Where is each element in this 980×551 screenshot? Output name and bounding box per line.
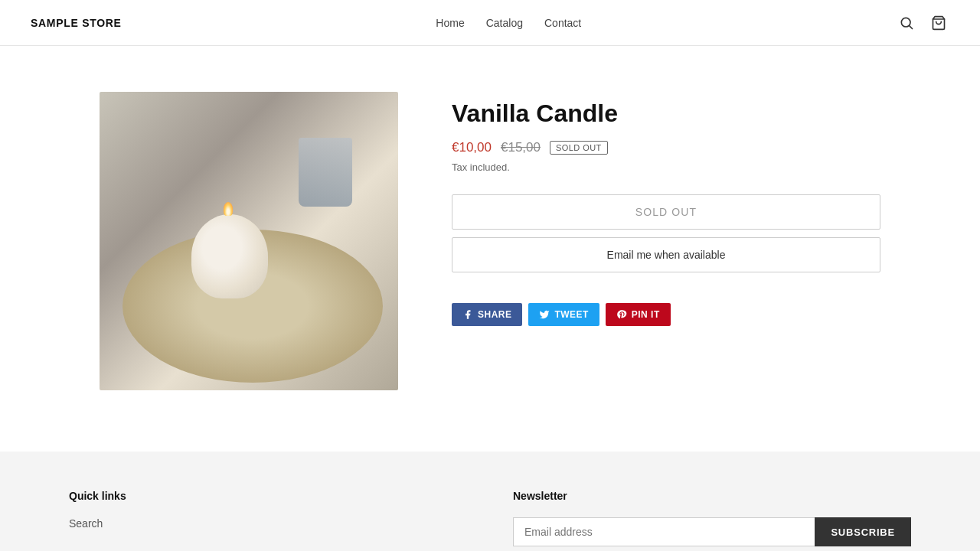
tax-info: Tax included. (452, 161, 880, 173)
product-info: Vanilla Candle €10,00 €15,00 SOLD OUT Ta… (452, 92, 880, 390)
newsletter-heading: Newsletter (513, 490, 911, 502)
footer-newsletter: Newsletter SUBSCRIBE (513, 490, 911, 546)
nav-home[interactable]: Home (436, 17, 464, 29)
cart-icon (931, 15, 946, 31)
search-icon (899, 15, 914, 31)
footer-search-link[interactable]: Search (69, 517, 467, 530)
product-page: Vanilla Candle €10,00 €15,00 SOLD OUT Ta… (0, 92, 980, 390)
price-original: €15,00 (501, 140, 541, 155)
share-label: SHARE (478, 309, 511, 320)
candle-body (191, 214, 268, 298)
sold-out-button: SOLD OUT (452, 194, 880, 230)
search-button[interactable] (896, 12, 917, 34)
svg-point-0 (901, 18, 910, 27)
pin-label: PIN IT (632, 309, 660, 320)
newsletter-subscribe-button[interactable]: SUBSCRIBE (815, 517, 911, 546)
email-when-available-button[interactable]: Email me when available (452, 237, 880, 272)
candle-scene (100, 92, 398, 390)
share-pinterest-button[interactable]: PIN IT (606, 303, 671, 326)
store-name[interactable]: SAMPLE STORE (31, 17, 122, 29)
product-title: Vanilla Candle (452, 99, 880, 128)
cart-button[interactable] (928, 12, 949, 34)
site-footer: Quick links Search Newsletter SUBSCRIBE (0, 452, 980, 551)
nav-catalog[interactable]: Catalog (486, 17, 523, 29)
nav-contact[interactable]: Contact (544, 17, 581, 29)
price-sale: €10,00 (452, 140, 492, 155)
header-icons (896, 12, 949, 34)
tweet-label: TWEET (554, 309, 588, 320)
candle-flame (224, 202, 233, 216)
social-share: SHARE TWEET PIN IT (452, 303, 880, 326)
share-twitter-button[interactable]: TWEET (528, 303, 599, 326)
quick-links-heading: Quick links (69, 490, 467, 502)
sold-out-badge: SOLD OUT (550, 141, 608, 155)
twitter-icon (539, 309, 550, 320)
newsletter-email-input[interactable] (513, 517, 815, 546)
product-image (100, 92, 398, 390)
main-nav: Home Catalog Contact (436, 17, 581, 29)
pinterest-icon (616, 309, 627, 320)
facebook-icon (462, 309, 473, 320)
site-header: SAMPLE STORE Home Catalog Contact (0, 0, 980, 46)
product-image-wrap (100, 92, 406, 390)
share-facebook-button[interactable]: SHARE (452, 303, 522, 326)
newsletter-form: SUBSCRIBE (513, 517, 911, 546)
footer-quick-links: Quick links Search (69, 490, 467, 546)
candle-jar (299, 138, 352, 207)
svg-line-1 (910, 25, 913, 28)
product-pricing: €10,00 €15,00 SOLD OUT (452, 140, 880, 155)
